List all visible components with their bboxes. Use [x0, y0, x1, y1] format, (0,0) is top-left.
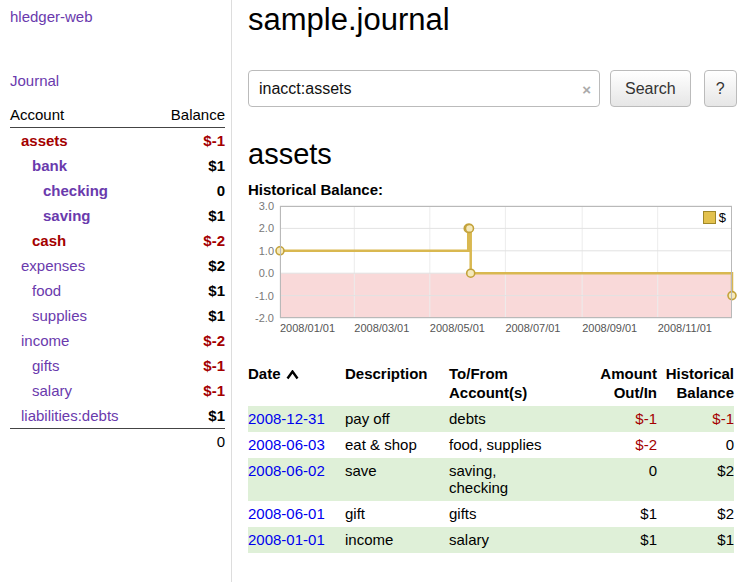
account-link[interactable]: bank	[10, 153, 67, 178]
account-link[interactable]: gifts	[10, 353, 60, 378]
account-balance: $-2	[203, 328, 225, 353]
y-tick-label: 2.0	[259, 222, 274, 234]
balance-column-header: Balance	[171, 106, 225, 123]
x-tick-label: 2008/01/01	[280, 322, 335, 334]
account-row: checking0	[10, 178, 225, 203]
account-link[interactable]: cash	[10, 228, 66, 253]
transaction-date-link[interactable]: 2008-01-01	[248, 531, 325, 548]
clear-search-icon[interactable]: ×	[582, 80, 591, 97]
y-tick-label: -2.0	[255, 312, 274, 324]
transaction-date-link[interactable]: 2008-06-01	[248, 505, 325, 522]
account-link[interactable]: liabilities:debts	[10, 403, 119, 428]
transaction-accounts: salary	[449, 531, 549, 548]
transaction-description: gift	[345, 505, 449, 522]
transaction-amount: $1	[549, 531, 657, 548]
transaction-date-cell: 2008-06-02	[248, 462, 345, 479]
transaction-row: 2008-12-31pay offdebts$-1$-1	[248, 406, 734, 432]
transaction-date-link[interactable]: 2008-06-03	[248, 436, 325, 453]
transaction-description: save	[345, 462, 449, 479]
register-table: Date Description To/From Account(s) Amou…	[248, 364, 734, 553]
account-balance: $-1	[203, 128, 225, 153]
transaction-amount: $1	[549, 505, 657, 522]
chevron-up-icon	[286, 365, 299, 382]
historical-balance-column-header: Historical Balance	[657, 364, 734, 402]
transaction-date-cell: 2008-06-03	[248, 436, 345, 453]
search-button[interactable]: Search	[610, 70, 691, 107]
account-balance-table: Account Balance assets$-1bank$1checking0…	[10, 106, 225, 453]
transaction-accounts: gifts	[449, 505, 549, 522]
account-balance: $1	[208, 303, 225, 328]
transaction-amount: 0	[549, 462, 657, 479]
account-link[interactable]: food	[10, 278, 61, 303]
x-tick-label: 2008/11/01	[658, 322, 712, 334]
account-link[interactable]: salary	[10, 378, 72, 403]
register-body: 2008-12-31pay offdebts$-1$-12008-06-03ea…	[248, 406, 734, 553]
search-box: ×	[248, 70, 600, 107]
legend-swatch	[703, 211, 716, 224]
account-balance: 0	[217, 178, 225, 203]
account-link[interactable]: income	[10, 328, 69, 353]
total-balance: 0	[10, 428, 225, 453]
accounts-column-header: To/From Account(s)	[449, 364, 549, 402]
account-balance: $1	[208, 403, 225, 428]
transaction-row: 2008-01-01incomesalary$1$1	[248, 527, 734, 553]
transaction-balance: $-1	[657, 410, 734, 427]
chart-x-axis: 2008/01/012008/03/012008/05/012008/07/01…	[280, 322, 732, 338]
account-balance: $1	[208, 203, 225, 228]
account-tree: assets$-1bank$1checking0saving$1cash$-2e…	[10, 128, 225, 428]
description-column-header: Description	[345, 364, 449, 383]
search-bar: × Search ?	[248, 70, 737, 107]
transaction-amount: $-2	[549, 436, 657, 453]
account-row: income$-2	[10, 328, 225, 353]
transaction-description: eat & shop	[345, 436, 449, 453]
chart-plot-area: $	[280, 206, 732, 318]
account-row: salary$-1	[10, 378, 225, 403]
page-title: sample.journal	[248, 2, 737, 38]
account-row: expenses$2	[10, 253, 225, 278]
account-row: saving$1	[10, 203, 225, 228]
transaction-date-link[interactable]: 2008-12-31	[248, 410, 325, 427]
main-content: sample.journal × Search ? assets Histori…	[232, 0, 742, 582]
account-balance: $-2	[203, 228, 225, 253]
amount-column-header: Amount Out/In	[549, 364, 657, 402]
account-row: assets$-1	[10, 128, 225, 153]
x-tick-label: 2008/09/01	[582, 322, 637, 334]
search-input[interactable]	[248, 70, 600, 107]
account-balance: $1	[208, 153, 225, 178]
y-tick-label: 1.0	[259, 245, 274, 257]
date-header-label: Date	[248, 365, 281, 382]
transaction-amount: $-1	[549, 410, 657, 427]
account-table-header: Account Balance	[10, 106, 225, 128]
transaction-balance: $2	[657, 505, 734, 522]
account-link[interactable]: supplies	[10, 303, 87, 328]
account-row: liabilities:debts$1	[10, 403, 225, 428]
date-column-header[interactable]: Date	[248, 364, 345, 383]
app-title-link[interactable]: hledger-web	[10, 8, 225, 25]
help-button[interactable]: ?	[704, 70, 737, 107]
transaction-date-link[interactable]: 2008-06-02	[248, 462, 325, 479]
y-tick-label: 3.0	[259, 200, 274, 212]
account-balance: $1	[208, 278, 225, 303]
transaction-date-cell: 2008-12-31	[248, 410, 345, 427]
y-tick-label: -1.0	[255, 290, 274, 302]
x-tick-label: 2008/05/01	[430, 322, 485, 334]
account-row: supplies$1	[10, 303, 225, 328]
account-link[interactable]: expenses	[10, 253, 85, 278]
register-header-row: Date Description To/From Account(s) Amou…	[248, 364, 734, 402]
historical-balance-chart: 3.02.01.00.0-1.0-2.0 $ 2008/01/012008/03…	[248, 206, 736, 340]
transaction-balance: 0	[657, 436, 734, 453]
account-link[interactable]: saving	[10, 203, 91, 228]
account-column-header: Account	[10, 106, 64, 123]
account-link[interactable]: assets	[10, 128, 68, 153]
transaction-description: pay off	[345, 410, 449, 427]
transaction-date-cell: 2008-06-01	[248, 505, 345, 522]
chart-legend: $	[703, 210, 726, 225]
chart-heading: Historical Balance:	[248, 181, 737, 198]
account-balance: $2	[208, 253, 225, 278]
transaction-date-cell: 2008-01-01	[248, 531, 345, 548]
account-link[interactable]: checking	[10, 178, 108, 203]
transaction-accounts: food, supplies	[449, 436, 549, 453]
transaction-balance: $2	[657, 462, 734, 479]
x-tick-label: 2008/07/01	[505, 322, 560, 334]
sidebar-item-journal[interactable]: Journal	[10, 72, 225, 89]
